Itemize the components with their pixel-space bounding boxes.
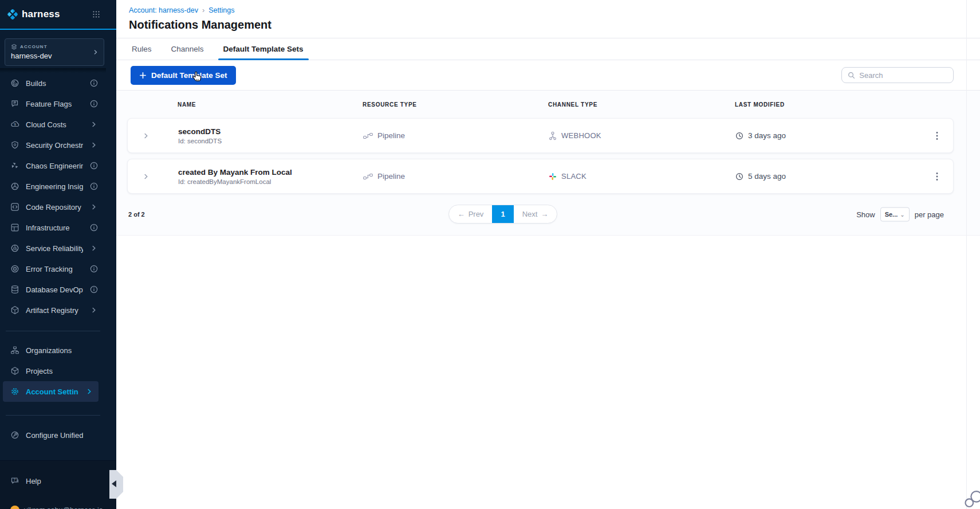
sidebar-item-infrastructure[interactable]: Infrastructure bbox=[0, 217, 106, 238]
tab-default-template-sets[interactable]: Default Template Sets bbox=[222, 38, 305, 60]
row-menu-button[interactable] bbox=[921, 131, 953, 140]
kebab-menu-icon bbox=[936, 172, 938, 181]
tab-channels[interactable]: Channels bbox=[170, 38, 205, 60]
account-name: harness-dev bbox=[11, 52, 99, 60]
page-size-select[interactable]: Se... ⌄ bbox=[880, 207, 910, 221]
kebab-menu-icon bbox=[936, 131, 938, 140]
page-number-active[interactable]: 1 bbox=[492, 205, 514, 223]
channel-type-value: WEBHOOK bbox=[561, 131, 601, 140]
sidebar-item-error-tracking[interactable]: Error Tracking bbox=[0, 259, 106, 279]
next-label: Next bbox=[522, 210, 538, 218]
last-modified-cell: 5 days ago bbox=[735, 172, 921, 181]
pipeline-icon bbox=[363, 132, 373, 139]
row-menu-button[interactable] bbox=[921, 172, 953, 181]
chat-bubbles-icon[interactable] bbox=[964, 490, 980, 509]
user-profile[interactable]: v vikram.sahu@harness.io bbox=[10, 506, 103, 509]
harness-logo-icon bbox=[6, 7, 19, 21]
sidebar-item-chaos-engineering[interactable]: Chaos Engineering bbox=[0, 155, 106, 176]
sidebar-item-label: Cloud Costs bbox=[26, 120, 83, 129]
template-set-id: Id: secondDTS bbox=[178, 138, 363, 144]
sidebar-item-configure-unified-view[interactable]: Configure Unified View bbox=[0, 425, 106, 445]
search-icon bbox=[848, 71, 855, 80]
sidebar-item-feature-flags[interactable]: Feature Flags bbox=[0, 93, 106, 114]
sidebar-footer: Help v vikram.sahu@harness.io bbox=[0, 460, 116, 509]
resource-type-value: Pipeline bbox=[377, 131, 405, 140]
cloud-costs-icon bbox=[10, 120, 19, 129]
info-icon bbox=[89, 264, 99, 273]
prev-page-button[interactable]: ← Prev bbox=[449, 205, 492, 223]
pagination: 2 of 2 ← Prev 1 Next → Show Se... bbox=[127, 205, 954, 224]
plus-icon bbox=[139, 72, 147, 79]
right-edge-divider bbox=[966, 0, 967, 509]
collapse-arrow-icon bbox=[112, 480, 116, 487]
sidebar-item-cloud-costs[interactable]: Cloud Costs bbox=[0, 114, 106, 135]
last-modified-value: 5 days ago bbox=[748, 172, 786, 181]
shield-icon bbox=[10, 140, 19, 150]
new-default-template-set-button[interactable]: Default Template Set bbox=[131, 66, 236, 85]
template-sets-table: NAME RESOURCE TYPE CHANNEL TYPE LAST MOD… bbox=[116, 91, 980, 236]
template-set-id: Id: createdByMayankFromLocal bbox=[178, 178, 363, 185]
chevron-right-icon bbox=[89, 140, 99, 150]
code-repo-icon bbox=[10, 202, 19, 212]
harness-logo[interactable]: harness bbox=[6, 7, 60, 21]
clock-icon bbox=[735, 132, 743, 140]
per-page-label: per page bbox=[915, 210, 944, 218]
table-header: NAME RESOURCE TYPE CHANNEL TYPE LAST MOD… bbox=[127, 91, 954, 118]
sidebar-item-label: Organizations bbox=[26, 346, 83, 355]
tab-rules[interactable]: Rules bbox=[131, 38, 153, 60]
wrench-circle-icon bbox=[10, 430, 19, 440]
module-grid-icon[interactable] bbox=[92, 10, 100, 18]
mouse-cursor bbox=[191, 71, 202, 86]
breadcrumb: Account: harness-dev › Settings bbox=[116, 0, 980, 14]
sidebar-item-organizations[interactable]: Organizations bbox=[0, 340, 106, 361]
chevron-right-icon bbox=[92, 48, 100, 56]
sidebar-item-service-reliability[interactable]: Service Reliability bbox=[0, 238, 106, 259]
app-screen: harness ACCOUNT harness-dev Builds Featu… bbox=[0, 0, 980, 509]
resource-type-cell: Pipeline bbox=[363, 131, 549, 140]
sidebar-item-artifact-registry[interactable]: Artifact Registry bbox=[0, 300, 106, 320]
sidebar-item-label: Infrastructure bbox=[26, 224, 83, 232]
chevron-right-icon bbox=[141, 131, 151, 140]
sidebar-item-security-orchestration[interactable]: Security Orchestrat... bbox=[0, 135, 106, 155]
sidebar-item-label: Feature Flags bbox=[26, 100, 83, 108]
table-row[interactable]: created By Mayank From Local Id: created… bbox=[127, 159, 954, 194]
main-content: Account: harness-dev › Settings Notifica… bbox=[116, 0, 980, 509]
channel-type-cell: SLACK bbox=[549, 172, 735, 181]
info-icon bbox=[89, 223, 99, 232]
search-box[interactable] bbox=[841, 67, 954, 83]
resource-type-cell: Pipeline bbox=[363, 172, 549, 181]
sidebar-item-builds[interactable]: Builds bbox=[0, 73, 106, 93]
page-size-value: Se... bbox=[885, 211, 898, 218]
avatar: v bbox=[10, 506, 19, 509]
sidebar-item-label: Help bbox=[26, 477, 93, 485]
row-count: 2 of 2 bbox=[128, 211, 145, 218]
page-size-control: Show Se... ⌄ per page bbox=[856, 207, 944, 221]
next-page-button[interactable]: Next → bbox=[514, 205, 557, 223]
account-label: ACCOUNT bbox=[20, 44, 48, 49]
search-input[interactable] bbox=[859, 71, 947, 80]
info-icon bbox=[89, 182, 99, 191]
show-label: Show bbox=[856, 210, 875, 218]
name-cell: secondDTS Id: secondDTS bbox=[178, 127, 363, 144]
sidebar-item-projects[interactable]: Projects bbox=[0, 361, 106, 381]
breadcrumb-settings-link[interactable]: Settings bbox=[208, 6, 234, 14]
sidebar-item-engineering-insights[interactable]: Engineering Insights bbox=[0, 176, 106, 197]
table-row[interactable]: secondDTS Id: secondDTS Pipeline WEBHOOK… bbox=[127, 118, 954, 153]
breadcrumb-account-link[interactable]: Account: harness-dev bbox=[129, 6, 198, 14]
sidebar-item-label: Code Repository bbox=[26, 203, 83, 212]
account-switcher[interactable]: ACCOUNT harness-dev bbox=[5, 38, 104, 66]
sidebar-item-label: Artifact Registry bbox=[26, 306, 83, 315]
sidebar-item-code-repository[interactable]: Code Repository bbox=[0, 197, 106, 217]
info-icon bbox=[89, 99, 99, 108]
sidebar-item-database-devops[interactable]: Database DevOps bbox=[0, 279, 106, 300]
sidebar-item-help[interactable]: Help bbox=[0, 471, 116, 491]
sidebar-item-account-settings[interactable]: Account Settings bbox=[3, 381, 99, 402]
chevron-right-icon bbox=[89, 202, 99, 212]
template-set-name: created By Mayank From Local bbox=[178, 168, 363, 177]
pager: ← Prev 1 Next → bbox=[448, 205, 557, 224]
expand-row-button[interactable] bbox=[128, 172, 178, 181]
arrow-right-icon: → bbox=[541, 210, 548, 218]
expand-row-button[interactable] bbox=[128, 131, 178, 140]
last-modified-value: 3 days ago bbox=[748, 131, 786, 140]
sidebar-item-label: Account Settings bbox=[26, 387, 78, 396]
